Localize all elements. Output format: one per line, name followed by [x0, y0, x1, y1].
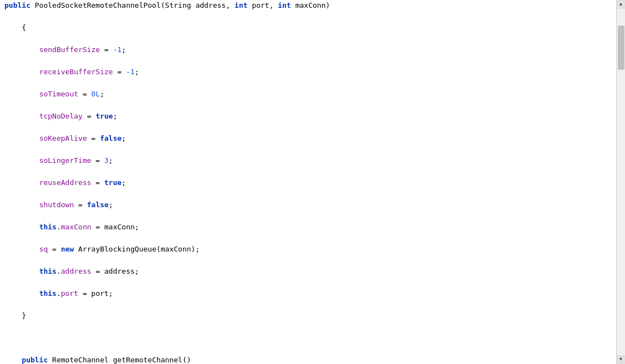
code-line: this.address = address;: [0, 266, 616, 277]
code-line: receiveBufferSize = -1;: [0, 66, 616, 78]
scroll-down-arrow[interactable]: ▼: [617, 355, 626, 364]
code-line: this.port = port;: [0, 288, 616, 299]
code-line: soKeepAlive = false;: [0, 133, 616, 144]
code-line: sendBufferSize = -1;: [0, 44, 616, 55]
code-line: reuseAddress = true;: [0, 177, 616, 188]
code-editor: public PooledSocketRemoteChannelPool(Str…: [0, 0, 625, 364]
code-line: this.maxConn = maxConn;: [0, 222, 616, 233]
vertical-scrollbar[interactable]: ▲ ▼: [616, 0, 625, 364]
code-line: }: [0, 310, 616, 321]
code-pre: public PooledSocketRemoteChannelPool(Str…: [0, 0, 616, 364]
code-line: public RemoteChannel getRemoteChannel(): [0, 355, 616, 364]
code-line: soLingerTime = 3;: [0, 155, 616, 166]
scrollbar-thumb[interactable]: [618, 25, 624, 70]
code-line: [0, 332, 616, 344]
code-line: tcpNoDelay = true;: [0, 111, 616, 122]
code-line: soTimeout = 0L;: [0, 89, 616, 100]
code-line: {: [0, 22, 616, 33]
code-line: public PooledSocketRemoteChannelPool(Str…: [0, 0, 616, 11]
code-content[interactable]: public PooledSocketRemoteChannelPool(Str…: [0, 0, 616, 364]
code-line: sq = new ArrayBlockingQueue(maxConn);: [0, 244, 616, 255]
scroll-up-arrow[interactable]: ▲: [617, 0, 626, 9]
code-line: shutdown = false;: [0, 199, 616, 211]
